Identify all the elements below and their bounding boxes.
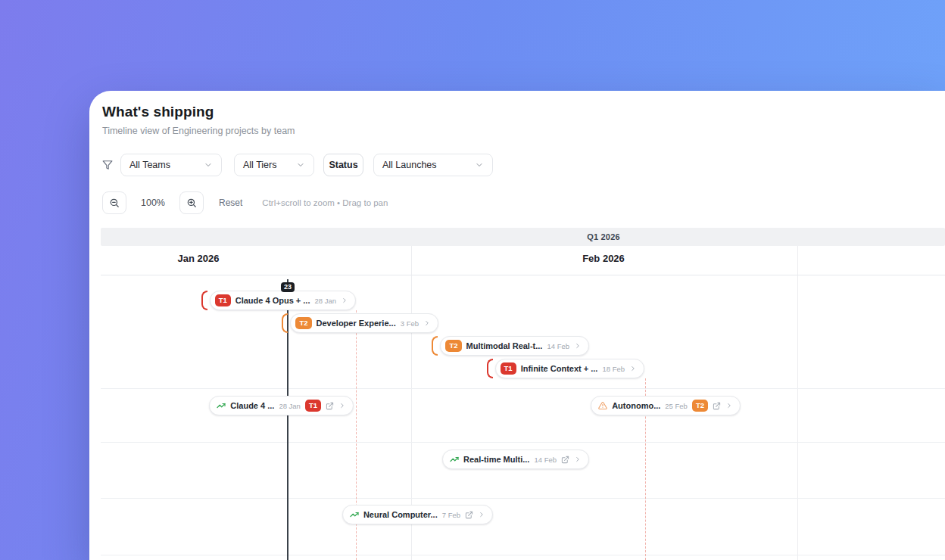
trend-up-icon	[350, 510, 359, 519]
tier-filter-value: All Tiers	[243, 160, 276, 170]
tier-badge: T2	[445, 340, 461, 352]
start-bracket-icon	[487, 359, 493, 378]
launch-date: 25 Feb	[665, 402, 688, 410]
quarter-label: Q1 2026	[587, 232, 620, 241]
launch-date: 28 Jan	[279, 402, 301, 410]
launch-pill-row: Neural Computer... 7 Feb	[342, 505, 493, 524]
chevron-right-icon	[341, 297, 348, 304]
project-pill-row: T1 Claude 4 Opus + ... 28 Jan	[201, 291, 356, 310]
launch-name: Neural Computer...	[363, 510, 438, 519]
page-subtitle: Timeline view of Engineering projects by…	[102, 126, 295, 136]
quarter-band: Q1 2026	[101, 228, 945, 246]
zoom-in-button[interactable]	[179, 191, 204, 214]
launch-name: Autonomo...	[612, 401, 660, 410]
project-pill[interactable]: T1 Infinite Context + ... 18 Feb	[495, 359, 644, 378]
zoom-out-button[interactable]	[102, 191, 126, 214]
chevron-right-icon	[338, 402, 346, 409]
trend-up-icon	[217, 401, 226, 410]
project-name: Multimodal Real-t...	[466, 341, 543, 350]
tier-filter-select[interactable]: All Tiers	[234, 154, 314, 176]
project-date: 28 Jan	[314, 297, 336, 305]
zoom-in-icon	[186, 198, 197, 208]
today-date-badge: 23	[281, 282, 295, 292]
launch-pill-row: Real-time Multi... 14 Feb	[442, 450, 589, 469]
launch-pill[interactable]: Autonomo... 25 Feb T2	[591, 396, 741, 415]
project-pill-row: T1 Infinite Context + ... 18 Feb	[487, 359, 644, 378]
project-pill[interactable]: T2 Multimodal Real-t... 14 Feb	[440, 336, 589, 356]
timeline-canvas[interactable]: Q1 2026 Jan 2026 Feb 2026 23 T1 Claude 4…	[101, 228, 945, 560]
launch-name: Claude 4 ...	[230, 401, 274, 410]
project-pill-row: T2 Developer Experie... 3 Feb	[282, 313, 438, 333]
external-link-icon	[561, 456, 569, 464]
project-pill[interactable]: T2 Developer Experie... 3 Feb	[290, 313, 438, 333]
shipping-panel: What's shipping Timeline view of Enginee…	[89, 91, 945, 560]
project-date: 3 Feb	[401, 319, 419, 328]
chevron-down-icon	[296, 160, 305, 170]
launch-pill[interactable]: Real-time Multi... 14 Feb	[442, 450, 589, 469]
launch-date: 7 Feb	[442, 511, 460, 519]
chevron-right-icon	[725, 402, 733, 409]
launch-filter-select[interactable]: All Launches	[373, 154, 493, 176]
month-label-jan: Jan 2026	[178, 253, 220, 264]
tier-badge: T2	[295, 317, 311, 329]
launch-date: 14 Feb	[534, 456, 557, 464]
project-pill[interactable]: T1 Claude 4 Opus + ... 28 Jan	[210, 291, 356, 310]
zoom-toolbar: 100% Reset Ctrl+scroll to zoom • Drag to…	[102, 191, 388, 214]
tier-badge: T1	[215, 294, 231, 306]
status-filter-label: Status	[329, 160, 357, 170]
launch-pill[interactable]: Neural Computer... 7 Feb	[342, 505, 493, 524]
start-bracket-icon	[432, 336, 438, 356]
lane-divider	[101, 275, 945, 275]
project-name: Claude 4 Opus + ...	[235, 296, 310, 305]
lane-divider	[101, 388, 945, 389]
chevron-right-icon	[574, 342, 582, 350]
project-date: 14 Feb	[547, 342, 569, 350]
start-bracket-icon	[201, 291, 207, 310]
team-filter-select[interactable]: All Teams	[120, 154, 222, 176]
tier-badge: T1	[501, 362, 516, 375]
trend-up-icon	[450, 455, 459, 464]
project-name: Infinite Context + ...	[521, 364, 598, 373]
project-pill-row: T2 Multimodal Real-t... 14 Feb	[432, 336, 589, 356]
tier-badge: T2	[692, 400, 708, 412]
lane-divider	[101, 442, 945, 443]
team-filter-value: All Teams	[129, 160, 170, 170]
page-title: What's shipping	[102, 104, 295, 120]
chevron-right-icon	[478, 511, 485, 518]
month-gridline	[797, 246, 798, 560]
month-label-feb: Feb 2026	[582, 253, 625, 264]
project-name: Developer Experie...	[317, 319, 396, 328]
project-date: 18 Feb	[602, 365, 625, 373]
chevron-right-icon	[423, 319, 431, 327]
zoom-hint: Ctrl+scroll to zoom • Drag to pan	[262, 198, 388, 207]
status-filter-button[interactable]: Status	[323, 154, 363, 176]
chevron-right-icon	[629, 365, 637, 372]
reset-zoom-button[interactable]: Reset	[219, 198, 242, 208]
lane-divider	[101, 555, 945, 555]
chevron-down-icon	[204, 160, 213, 170]
launch-pill-row: Autonomo... 25 Feb T2	[591, 396, 741, 415]
warning-icon	[598, 401, 607, 410]
start-bracket-icon	[282, 313, 288, 333]
external-link-icon	[326, 402, 334, 410]
external-link-icon	[465, 511, 473, 519]
zoom-level: 100%	[126, 198, 179, 208]
zoom-out-icon	[109, 198, 120, 208]
launch-pill[interactable]: Claude 4 ... 28 Jan T1	[209, 396, 354, 415]
chevron-right-icon	[574, 456, 582, 463]
filter-bar: All Teams All Tiers Status All Launches	[102, 154, 493, 176]
tier-badge: T1	[305, 400, 321, 412]
chevron-down-icon	[475, 160, 484, 170]
external-link-icon	[713, 402, 721, 410]
launch-filter-value: All Launches	[382, 160, 437, 170]
launch-name: Real-time Multi...	[463, 455, 529, 464]
launch-pill-row: Claude 4 ... 28 Jan T1	[209, 396, 354, 415]
panel-header: What's shipping Timeline view of Enginee…	[102, 104, 295, 136]
lane-divider	[101, 498, 945, 499]
filter-funnel-icon	[102, 160, 113, 170]
